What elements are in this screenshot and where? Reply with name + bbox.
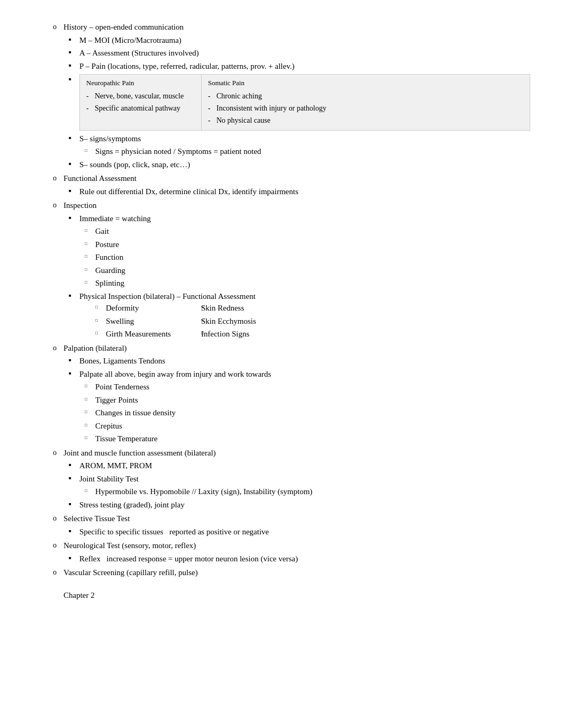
signs-subitems: Signs = physician noted / Symptoms = pat… (79, 145, 530, 158)
outline-list: History – open-ended communication M – M… (64, 21, 530, 579)
selective-detail: Specific to specific tissues reported as… (79, 526, 530, 538)
immediate-splinting: Splinting (95, 277, 530, 289)
item-vascular: Vascular Screening (capillary refill, pu… (64, 567, 530, 579)
functional-subitems: Rule out differential Dx, determine clin… (64, 186, 530, 198)
palp-point-tenderness: Point Tenderness (95, 381, 530, 393)
immediate-gait: Gait (95, 225, 530, 238)
immediate-function: Function (95, 251, 530, 263)
somatic-item-2: Inconsistent with injury or pathology (208, 103, 327, 114)
phys-skin-ecchymosis: Skin Ecchymosis (201, 315, 307, 327)
history-subitems: M – MOI (Micro/Macrotrauma) A – Assessme… (64, 34, 530, 171)
pain-table-item: Neuropathic Pain Nerve, bone, vascular, … (79, 74, 530, 131)
immediate-posture: Posture (95, 239, 530, 251)
selective-subitems: Specific to specific tissues reported as… (64, 526, 530, 538)
item-neurological: Neurological Test (sensory, motor, refle… (64, 540, 530, 565)
item-history: History – open-ended communication M – M… (64, 21, 530, 170)
palpation-detail: Point Tenderness Tigger Points Changes i… (79, 381, 530, 445)
somatic-item-3: No physical cause (208, 115, 327, 126)
neurological-reflex: Reflex increased response = upper motor … (79, 553, 530, 565)
item-functional: Functional Assessment Rule out different… (64, 172, 530, 197)
inspection-subitems: Immediate = watching Gait Posture Functi… (64, 213, 530, 340)
phys-deformity: Deformity (95, 302, 201, 314)
somatic-col: Somatic Pain Chronic aching Inconsistent… (202, 75, 333, 130)
palp-tissue-temp: Tissue Temperature (95, 433, 530, 445)
history-assessment: A – Assessment (Structures involved) (79, 47, 530, 59)
signs-detail: Signs = physician noted / Symptoms = pat… (95, 145, 530, 158)
joint-arom: AROM, MMT, PROM (79, 460, 530, 472)
palpation-away: Palpate all above, begin away from injur… (79, 368, 530, 445)
phys-infection: Infection Signs (201, 328, 307, 340)
pain-table: Neuropathic Pain Nerve, bone, vascular, … (79, 74, 530, 131)
palpation-subitems: Bones, Ligaments Tendons Palpate all abo… (64, 355, 530, 445)
neuropathic-col: Neuropathic Pain Nerve, bone, vascular, … (80, 75, 202, 130)
immediate-guarding: Guarding (95, 265, 530, 277)
inspection-physical: Physical Inspection (bilateral) – Functi… (79, 290, 530, 340)
neuropathic-header: Neuropathic Pain (86, 78, 195, 88)
functional-detail: Rule out differential Dx, determine clin… (79, 186, 530, 198)
joint-stress: Stress testing (graded), joint play (79, 499, 530, 511)
neuropathic-list: Nerve, bone, vascular, muscle Specific a… (86, 90, 195, 114)
item-joint-muscle: Joint and muscle function assessment (bi… (64, 447, 530, 511)
somatic-item-1: Chronic aching (208, 90, 327, 102)
palp-crepitus: Crepitus (95, 420, 530, 432)
stability-detail: Hypermobile vs. Hypomobile // Laxity (si… (95, 486, 530, 498)
item-history-label: History – open-ended communication (64, 23, 184, 31)
neurological-subitems: Reflex increased response = upper motor … (64, 553, 530, 565)
item-palpation: Palpation (bilateral) Bones, Ligaments T… (64, 342, 530, 445)
history-moi: M – MOI (Micro/Macrotrauma) (79, 34, 530, 47)
palp-tissue-density: Changes in tissue density (95, 407, 530, 419)
neuropathic-item-2: Specific anatomical pathway (86, 103, 195, 114)
joint-stability: Joint Stability Test Hypermobile vs. Hyp… (79, 473, 530, 498)
history-pain: P – Pain (locations, type, referred, rad… (79, 60, 530, 72)
chapter-label: Chapter 2 (64, 589, 530, 602)
somatic-list: Chronic aching Inconsistent with injury … (208, 90, 327, 126)
phys-swelling: Swelling (95, 315, 201, 327)
phys-skin-redness: Skin Redness (201, 302, 307, 314)
immediate-subitems: Gait Posture Function Guarding Splinting (79, 225, 530, 289)
item-selective: Selective Tissue Test Specific to specif… (64, 513, 530, 538)
history-sounds: S– sounds (pop, click, snap, etc…) (79, 159, 530, 171)
main-content: History – open-ended communication M – M… (64, 21, 530, 601)
stability-subitems: Hypermobile vs. Hypomobile // Laxity (si… (79, 486, 530, 498)
joint-subitems: AROM, MMT, PROM Joint Stability Test Hyp… (64, 460, 530, 511)
inspection-immediate: Immediate = watching Gait Posture Functi… (79, 213, 530, 289)
phys-girth: Girth Measurements (95, 328, 201, 340)
item-inspection: Inspection Immediate = watching Gait Pos… (64, 199, 530, 340)
history-signs: S– signs/symptoms Signs = physician note… (79, 133, 530, 158)
palpation-bones: Bones, Ligaments Tendons (79, 355, 530, 367)
neuropathic-item-1: Nerve, bone, vascular, muscle (86, 90, 195, 102)
somatic-header: Somatic Pain (208, 78, 327, 88)
palp-tigger: Tigger Points (95, 394, 530, 406)
physical-inspection-list: Deformity Skin Redness Swelling Skin Ecc… (79, 302, 530, 340)
